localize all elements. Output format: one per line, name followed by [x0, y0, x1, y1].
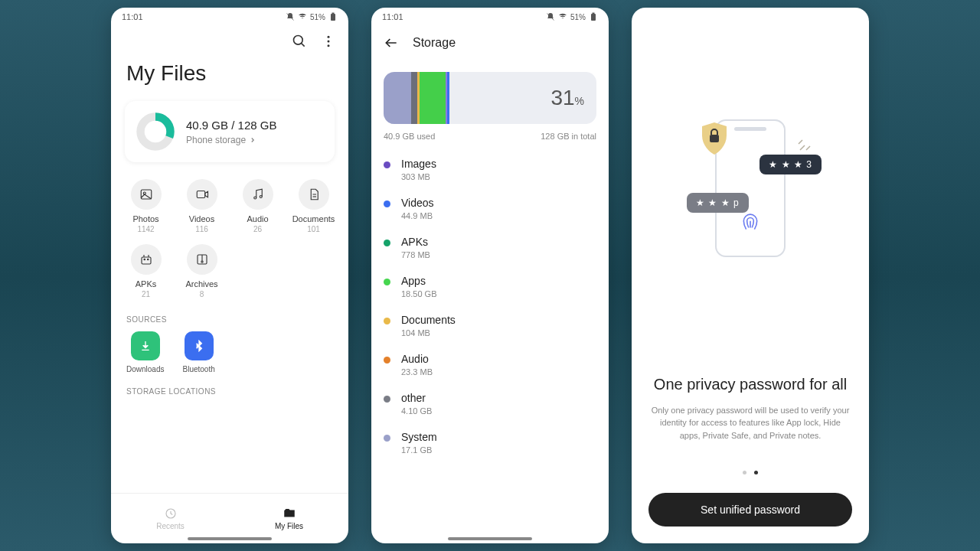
bell-off-icon — [546, 12, 555, 21]
color-dot — [384, 357, 390, 364]
breakdown-system[interactable]: System17.1 GB — [384, 423, 596, 462]
battery-text: 51% — [570, 13, 586, 21]
svg-line-4 — [302, 44, 305, 47]
battery-icon — [328, 12, 338, 21]
storage-header: Storage — [371, 26, 609, 60]
svg-point-22 — [147, 259, 149, 260]
music-icon — [243, 179, 273, 210]
breakdown-videos[interactable]: Videos44.9 MB — [384, 189, 596, 228]
svg-point-5 — [328, 36, 330, 38]
page-title: My Files — [111, 57, 348, 96]
chevron-right-icon — [249, 136, 256, 144]
segment — [420, 72, 445, 124]
svg-point-6 — [328, 41, 330, 43]
battery-text: 51% — [310, 13, 325, 21]
svg-rect-29 — [593, 13, 595, 15]
segment — [411, 72, 417, 124]
storage-summary: 40.9 GB used128 GB in total — [371, 129, 609, 150]
category-videos[interactable]: Videos116 — [175, 176, 229, 236]
status-bar: 11:01 51% — [371, 8, 609, 26]
bluetooth-icon — [185, 331, 214, 360]
color-dot — [384, 318, 390, 324]
toolbar — [111, 26, 348, 57]
breakdown-other[interactable]: other4.10 GB — [384, 384, 596, 423]
apk-icon — [131, 244, 162, 275]
color-dot — [384, 396, 390, 403]
color-dot — [384, 435, 390, 442]
page-dots — [632, 457, 869, 488]
category-apks[interactable]: APKs21 — [119, 241, 173, 302]
category-documents[interactable]: Documents101 — [286, 176, 341, 236]
battery-icon — [589, 12, 598, 21]
source-downloads[interactable]: Downloads — [126, 331, 164, 373]
storage-locations-label: STORAGE LOCATIONS — [111, 377, 348, 400]
spark-lines — [797, 135, 814, 152]
svg-rect-2 — [332, 13, 335, 15]
svg-point-21 — [144, 259, 145, 260]
doc-icon — [299, 179, 329, 210]
svg-rect-31 — [710, 135, 719, 142]
storage-title: Storage — [413, 36, 456, 50]
dot-2[interactable] — [754, 471, 758, 474]
category-grid: Photos1142Videos116Audio26Documents101AP… — [111, 173, 348, 305]
breakdown-list: Images303 MBVideos44.9 MBAPKs778 MBApps1… — [371, 150, 609, 462]
svg-point-15 — [260, 196, 262, 198]
nav-handle[interactable] — [448, 537, 532, 540]
storage-card[interactable]: 40.9 GB / 128 GB Phone storage — [125, 101, 335, 162]
video-icon — [187, 179, 217, 210]
nav-handle[interactable] — [188, 537, 272, 540]
segment — [384, 72, 411, 124]
source-bluetooth[interactable]: Bluetooth — [182, 331, 214, 373]
color-dot — [384, 161, 390, 168]
illustration: ★ ★ ★ 3 ★ ★ ★ p — [632, 8, 869, 374]
bottom-nav: Recents My Files — [111, 493, 348, 543]
breakdown-audio[interactable]: Audio23.3 MB — [384, 345, 596, 384]
privacy-screen: ★ ★ ★ 3 ★ ★ ★ p One privacy password for… — [632, 8, 869, 543]
breakdown-apps[interactable]: Apps18.50 GB — [384, 267, 596, 306]
storage-used: 40.9 GB / 128 GB — [186, 119, 276, 132]
clock: 11:01 — [122, 12, 143, 21]
svg-point-3 — [294, 36, 303, 45]
svg-rect-12 — [197, 191, 205, 198]
category-photos[interactable]: Photos1142 — [119, 176, 173, 236]
password-bubble-2: ★ ★ ★ p — [687, 193, 749, 213]
clock: 11:01 — [382, 12, 403, 21]
svg-rect-28 — [591, 14, 596, 21]
password-bubble-1: ★ ★ ★ 3 — [760, 155, 822, 174]
color-dot — [384, 240, 390, 246]
sources-row: DownloadsBluetooth — [111, 328, 348, 377]
back-icon[interactable] — [384, 35, 399, 51]
breakdown-documents[interactable]: Documents104 MB — [384, 306, 596, 345]
wifi-icon — [298, 12, 307, 21]
category-archives[interactable]: Archives8 — [175, 241, 229, 302]
color-dot — [384, 201, 390, 207]
image-icon — [131, 179, 162, 210]
dot-1[interactable] — [743, 471, 746, 474]
wifi-icon — [558, 12, 567, 21]
download-icon — [131, 331, 160, 360]
status-bar: 11:01 51% — [111, 8, 348, 26]
nav-recents[interactable]: Recents — [111, 494, 230, 543]
nav-myfiles[interactable]: My Files — [230, 494, 348, 543]
svg-rect-1 — [331, 14, 335, 21]
category-audio[interactable]: Audio26 — [230, 176, 285, 236]
status-icons: 51% — [546, 12, 598, 21]
search-icon[interactable] — [292, 34, 307, 49]
archive-icon — [187, 244, 217, 275]
fingerprint-icon — [740, 213, 760, 233]
more-icon[interactable] — [321, 34, 336, 49]
segment — [447, 72, 449, 124]
svg-point-7 — [328, 44, 330, 47]
breakdown-apks[interactable]: APKs778 MB — [384, 228, 596, 267]
privacy-title: One privacy password for all — [632, 374, 869, 395]
color-dot — [384, 279, 390, 285]
svg-point-14 — [253, 197, 256, 199]
status-icons: 51% — [286, 12, 338, 21]
set-password-button[interactable]: Set unified password — [648, 493, 852, 527]
storage-sub: Phone storage — [186, 135, 276, 145]
my-files-screen: 11:01 51% My Files 40.9 GB / 128 GB Phon… — [111, 8, 348, 543]
breakdown-images[interactable]: Images303 MB — [384, 150, 596, 189]
storage-donut — [136, 112, 175, 152]
shield-icon — [699, 121, 730, 156]
svg-rect-18 — [142, 257, 151, 264]
